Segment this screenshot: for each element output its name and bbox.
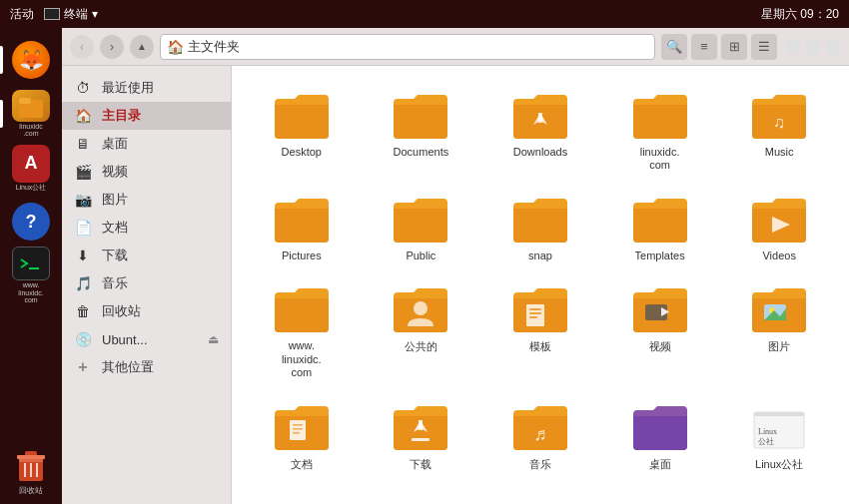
file-item-music[interactable]: ♫ Music xyxy=(721,82,837,178)
folder-icon-desktop xyxy=(272,88,332,144)
sidebar-item-other[interactable]: + 其他位置 xyxy=(62,353,231,381)
folder-icon-music: ♫ xyxy=(749,88,809,144)
file-item-gonggong[interactable]: 公共的 xyxy=(364,275,479,385)
sidebar-item-recent[interactable]: ⏱ 最近使用 xyxy=(62,74,231,102)
file-item-desktop[interactable]: Desktop xyxy=(244,82,360,178)
folder-icon-moban xyxy=(510,281,570,337)
sidebar-item-ubuntu[interactable]: 💿 Ubunt... ⏏ xyxy=(62,325,231,353)
svg-rect-27 xyxy=(293,428,303,430)
up-button[interactable]: ▲ xyxy=(130,35,154,59)
folder-icon-xiazai xyxy=(391,399,450,455)
file-item-www[interactable]: www.linuxidc.com xyxy=(244,275,360,385)
search-button[interactable]: 🔍 xyxy=(661,34,687,60)
folder-icon-linuxshe: Linux 公社 xyxy=(749,399,809,455)
svg-rect-7 xyxy=(17,455,45,459)
file-item-yinyue[interactable]: ♬ 音乐 xyxy=(482,393,598,478)
terminal-icon xyxy=(12,247,50,280)
sidebar-label-pictures: 图片 xyxy=(102,191,128,209)
font-icon: A xyxy=(12,145,50,183)
sidebar-item-desktop[interactable]: 🖥 桌面 xyxy=(62,130,231,158)
svg-rect-18 xyxy=(529,312,541,314)
launcher-item-trash[interactable]: 回收站 xyxy=(7,448,55,496)
topbar-time: 星期六 09：20 xyxy=(761,6,839,23)
launcher-item-font[interactable]: A Linux公社 xyxy=(7,144,55,192)
file-label-gonggong: 公共的 xyxy=(405,339,437,354)
sidebar-item-music[interactable]: 🎵 音乐 xyxy=(62,269,231,297)
window-body: ⏱ 最近使用 🏠 主目录 🖥 桌面 🎬 视频 📷 图片 📄 文档 xyxy=(62,66,849,504)
terminal-label-icon: www.linuxidc.com xyxy=(18,281,43,304)
sidebar-item-downloads[interactable]: ⬇ 下载 xyxy=(62,242,231,269)
recent-icon: ⏱ xyxy=(74,79,92,97)
svg-rect-19 xyxy=(529,316,537,318)
forward-button[interactable]: › xyxy=(100,35,124,59)
sidebar-label-recent: 最近使用 xyxy=(102,79,154,97)
file-label-linuxshe: Linux公社 xyxy=(755,457,803,472)
topbar: 活动 终端 ▾ 星期六 09：20 xyxy=(0,0,849,28)
sidebar-item-home[interactable]: 🏠 主目录 xyxy=(62,102,231,130)
launcher-item-firefox[interactable] xyxy=(7,36,55,84)
window-maximize-button[interactable] xyxy=(805,39,821,55)
sidebar-item-videos[interactable]: 🎬 视频 xyxy=(62,158,231,186)
svg-rect-16 xyxy=(526,304,544,326)
svg-rect-31 xyxy=(412,438,429,441)
file-item-linuxidc[interactable]: linuxidc.com xyxy=(602,82,718,178)
launcher-item-files[interactable]: linuxidc.com xyxy=(7,90,55,138)
file-item-pictures[interactable]: Pictures xyxy=(244,186,360,267)
sidebar-item-pictures[interactable]: 📷 图片 xyxy=(62,186,231,214)
folder-icon-documents xyxy=(391,88,450,144)
font-label: Linux公社 xyxy=(16,184,47,192)
sidebar-item-documents[interactable]: 📄 文档 xyxy=(62,214,231,242)
file-item-documents[interactable]: Documents xyxy=(364,82,479,178)
back-button[interactable]: ‹ xyxy=(70,35,94,59)
file-item-downloads[interactable]: Downloads xyxy=(482,82,598,178)
file-item-linuxshe[interactable]: Linux 公社 Linux公社 xyxy=(721,393,837,478)
file-label-zhuomian: 桌面 xyxy=(649,457,671,472)
sidebar-label-desktop: 桌面 xyxy=(102,135,128,153)
folder-icon-downloads xyxy=(510,88,570,144)
folder-icon-templates xyxy=(630,192,690,248)
svg-point-15 xyxy=(414,301,427,315)
view-grid-button[interactable]: ⊞ xyxy=(721,34,747,60)
file-label-moban: 模板 xyxy=(529,339,551,354)
sidebar-item-trash[interactable]: 🗑 回收站 xyxy=(62,297,231,325)
svg-rect-28 xyxy=(293,432,300,434)
window-minimize-button[interactable] xyxy=(785,39,801,55)
trash-icon xyxy=(12,448,50,486)
folder-icon-www xyxy=(272,281,332,337)
file-item-videos[interactable]: Videos xyxy=(721,186,837,267)
file-item-tupian[interactable]: 图片 xyxy=(721,275,837,385)
file-item-zhuomian[interactable]: 桌面 xyxy=(602,393,718,478)
activities-button[interactable]: 活动 xyxy=(10,6,34,23)
folder-icon-wendang xyxy=(272,399,332,455)
titlebar: ‹ › ▲ 🏠 主文件夹 🔍 ≡ ⊞ ☰ xyxy=(62,28,849,66)
trash-label: 回收站 xyxy=(19,487,43,496)
folder-icon-tupian xyxy=(749,281,809,337)
svg-rect-1 xyxy=(19,98,31,104)
location-text: 主文件夹 xyxy=(188,38,240,56)
view-list-button[interactable]: ≡ xyxy=(691,34,717,60)
menu-button[interactable]: ☰ xyxy=(751,34,777,60)
terminal-dropdown[interactable]: ▾ xyxy=(92,7,98,21)
file-item-shipin[interactable]: 视频 xyxy=(602,275,718,385)
eject-button[interactable]: ⏏ xyxy=(208,332,219,346)
file-grid: Desktop Documents Downloads xyxy=(244,82,837,478)
sidebar-label-ubuntu: Ubunt... xyxy=(102,332,148,347)
svg-rect-30 xyxy=(419,420,423,430)
file-content: Desktop Documents Downloads xyxy=(232,66,849,504)
file-item-moban[interactable]: 模板 xyxy=(482,275,598,385)
launcher-item-help[interactable]: ? xyxy=(7,198,55,246)
launcher-item-terminal[interactable]: www.linuxidc.com xyxy=(7,252,55,299)
file-item-public[interactable]: Public xyxy=(364,186,479,267)
filemanager-window: ‹ › ▲ 🏠 主文件夹 🔍 ≡ ⊞ ☰ ⏱ 最近使用 🏠 主目录 xyxy=(62,28,849,504)
file-label-videos: Videos xyxy=(762,250,795,261)
desktop-icon: 🖥 xyxy=(74,135,92,153)
trash-sidebar-icon: 🗑 xyxy=(74,302,92,320)
svg-rect-26 xyxy=(293,424,303,426)
file-item-wendang[interactable]: 文档 xyxy=(244,393,360,478)
file-item-snap[interactable]: snap xyxy=(482,186,598,267)
file-item-xiazai[interactable]: 下载 xyxy=(364,393,479,478)
window-close-button[interactable] xyxy=(825,39,841,55)
sidebar: ⏱ 最近使用 🏠 主目录 🖥 桌面 🎬 视频 📷 图片 📄 文档 xyxy=(62,66,232,504)
file-item-templates[interactable]: Templates xyxy=(602,186,718,267)
sidebar-label-documents: 文档 xyxy=(102,219,128,237)
